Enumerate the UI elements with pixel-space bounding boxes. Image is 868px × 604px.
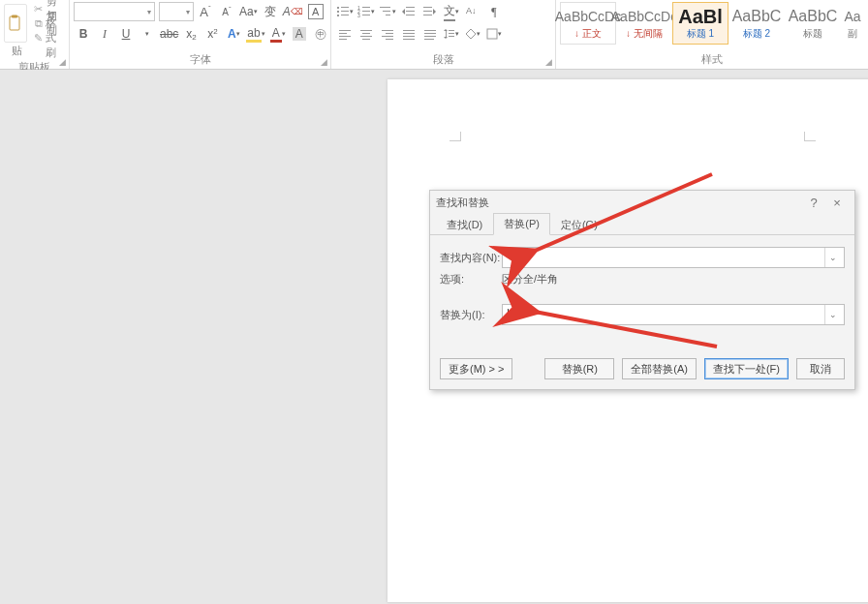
style-heading2[interactable]: AaBbC 标题 2: [728, 2, 785, 45]
svg-rect-44: [446, 31, 447, 37]
replace-all-button[interactable]: 全部替换(A): [622, 358, 697, 379]
superscript-button[interactable]: x2: [203, 25, 221, 43]
decrease-indent-button[interactable]: [400, 3, 418, 20]
margin-mark-icon: [450, 132, 461, 141]
dialog-titlebar[interactable]: 查找和替换 ? ×: [430, 191, 854, 214]
multilevel-list-button[interactable]: ▾: [379, 3, 396, 20]
line-spacing-button[interactable]: ▾: [443, 25, 460, 43]
svg-point-4: [337, 11, 339, 13]
bold-button[interactable]: B: [75, 25, 92, 43]
increase-indent-button[interactable]: [421, 3, 439, 20]
group-font: ▾ ▾ Aˆ Aˇ Aa▾ 变 A⌫ A B I U ▾ abc x2 x2 A…: [70, 0, 331, 69]
more-button[interactable]: 更多(M) > >: [440, 358, 512, 379]
change-case-button[interactable]: Aa▾: [239, 3, 258, 20]
shrink-font-button[interactable]: Aˇ: [218, 3, 235, 20]
find-input-value: ^b: [507, 252, 517, 263]
align-center-button[interactable]: [357, 25, 375, 43]
svg-rect-17: [406, 7, 415, 8]
style-heading1[interactable]: AaBl 标题 1: [672, 2, 728, 45]
svg-rect-39: [403, 39, 415, 40]
svg-rect-41: [424, 33, 436, 34]
svg-rect-38: [403, 36, 415, 37]
char-shading-button[interactable]: A: [291, 25, 308, 43]
align-left-button[interactable]: [336, 25, 354, 43]
brush-icon: ✎: [34, 33, 43, 44]
tab-goto[interactable]: 定位(G): [550, 214, 608, 235]
style-subtitle[interactable]: Aa 副: [841, 2, 864, 45]
find-dropdown-icon[interactable]: ⌄: [824, 248, 840, 267]
svg-rect-46: [449, 33, 454, 34]
dialog-title-text: 查找和替换: [436, 196, 489, 210]
tab-find[interactable]: 查找(D): [436, 214, 493, 235]
tab-replace[interactable]: 替换(P): [493, 213, 550, 235]
svg-text:A↓: A↓: [466, 6, 477, 15]
svg-rect-48: [487, 29, 497, 39]
svg-rect-31: [362, 39, 370, 40]
align-distributed-button[interactable]: [421, 25, 439, 43]
align-justify-button[interactable]: [400, 25, 418, 43]
font-size-combo[interactable]: ▾: [159, 2, 194, 21]
svg-rect-7: [341, 15, 349, 15]
copy-icon: ⧉: [34, 18, 44, 29]
format-painter-button[interactable]: ✎格式刷: [34, 31, 65, 45]
group-clipboard: 贴 ✂剪切 ⧉复制 ✎格式刷 剪贴板 ◢: [0, 0, 70, 69]
svg-rect-21: [423, 11, 432, 12]
paragraph-launcher-icon[interactable]: ◢: [543, 57, 553, 67]
svg-point-6: [337, 15, 339, 16]
style-normal[interactable]: AaBbCcDc ↓ 正文: [560, 2, 616, 45]
numbering-button[interactable]: 123▾: [357, 3, 375, 20]
align-right-button[interactable]: [379, 25, 396, 43]
svg-rect-30: [360, 36, 372, 37]
borders-button[interactable]: ▾: [485, 25, 503, 43]
svg-rect-47: [449, 36, 454, 37]
char-border-button[interactable]: A: [307, 3, 325, 20]
style-nospacing[interactable]: AaBbCcDc ↓ 无间隔: [616, 2, 672, 45]
style-gallery[interactable]: AaBbCcDc ↓ 正文 AaBbCcDc ↓ 无间隔 AaBl 标题 1 A…: [560, 2, 864, 45]
group-styles: AaBbCcDc ↓ 正文 AaBbCcDc ↓ 无间隔 AaBl 标题 1 A…: [556, 0, 868, 69]
bullets-button[interactable]: ▾: [336, 3, 354, 20]
replace-button[interactable]: 替换(R): [544, 358, 614, 379]
paste-button[interactable]: [4, 4, 27, 43]
strike-button[interactable]: abc: [160, 25, 178, 43]
font-color-button[interactable]: A▾: [269, 25, 287, 43]
subscript-button[interactable]: x2: [182, 25, 200, 43]
shading-fill-button[interactable]: ▾: [464, 25, 481, 43]
svg-rect-45: [449, 30, 454, 31]
italic-button[interactable]: I: [96, 25, 113, 43]
font-launcher-icon[interactable]: ◢: [319, 57, 328, 67]
find-next-button[interactable]: 查找下一处(F): [704, 358, 789, 379]
find-label: 查找内容(N):: [440, 251, 502, 265]
style-title[interactable]: AaBbC 标题: [785, 2, 841, 45]
svg-rect-9: [362, 7, 370, 8]
font-name-combo[interactable]: ▾: [74, 2, 155, 21]
svg-rect-29: [362, 33, 370, 34]
phonetic-guide-button[interactable]: 变: [262, 3, 279, 20]
close-button[interactable]: ×: [825, 196, 849, 210]
show-marks-button[interactable]: ¶: [485, 3, 503, 20]
caret-down-icon: ▾: [147, 8, 151, 16]
enclosed-char-button[interactable]: ㊥: [312, 25, 329, 43]
text-effects-button[interactable]: A▾: [225, 25, 242, 43]
replace-input[interactable]: ⌄: [502, 304, 845, 325]
find-input[interactable]: ^b ⌄: [502, 247, 845, 268]
clipboard-launcher-icon[interactable]: ◢: [57, 57, 67, 67]
grow-font-button[interactable]: Aˆ: [197, 3, 214, 20]
dialog-tabs: 查找(D) 替换(P) 定位(G): [430, 214, 854, 235]
svg-point-2: [337, 7, 339, 9]
group-label-styles: 样式: [560, 50, 864, 69]
svg-rect-13: [362, 15, 370, 15]
asian-layout-button[interactable]: 文▾: [443, 3, 460, 20]
cancel-button[interactable]: 取消: [796, 358, 845, 379]
text-cursor-icon: [508, 309, 509, 320]
group-paragraph: ▾ 123▾ ▾ 文▾ A↓ ¶ ▾ ▾ ▾ 段落 ◢: [331, 0, 556, 69]
svg-rect-16: [386, 15, 390, 15]
svg-rect-37: [403, 33, 415, 34]
replace-dropdown-icon[interactable]: ⌄: [824, 305, 840, 324]
clear-format-button[interactable]: A⌫: [283, 3, 303, 20]
highlight-button[interactable]: ab▾: [246, 25, 264, 43]
help-button[interactable]: ?: [802, 196, 825, 210]
sort-button[interactable]: A↓: [464, 3, 481, 20]
scissors-icon: ✂: [34, 4, 44, 15]
underline-button[interactable]: U: [117, 25, 135, 43]
options-label: 选项:: [440, 272, 502, 287]
